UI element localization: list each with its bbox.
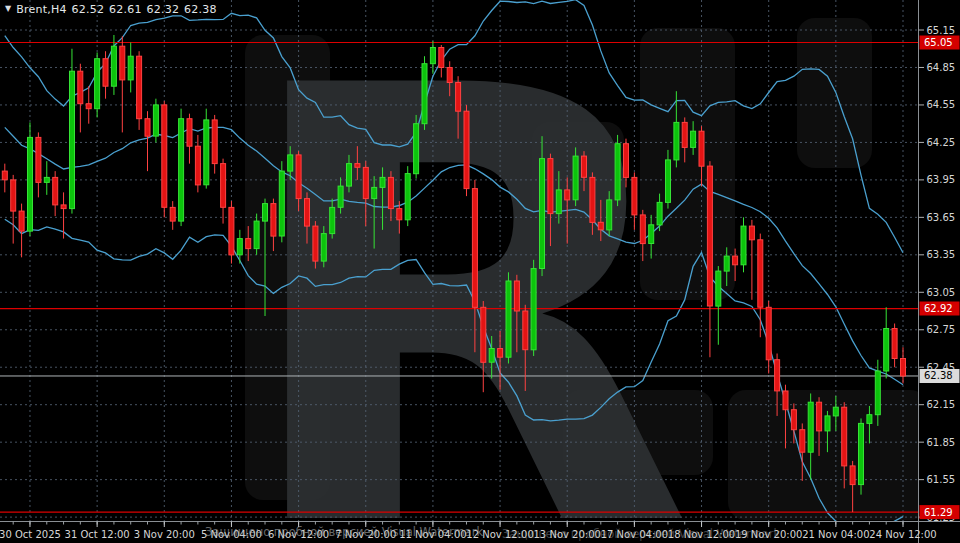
- candle: [95, 52, 100, 117]
- candle-body: [850, 466, 855, 485]
- candle-body: [514, 281, 519, 311]
- candle-body: [674, 122, 679, 159]
- candle-body: [162, 105, 167, 207]
- candle-body: [11, 180, 16, 211]
- candle-body: [523, 311, 528, 350]
- price-tick-label: 63.65: [927, 212, 956, 223]
- candle-body: [481, 307, 486, 362]
- candle-body: [28, 137, 33, 231]
- candle: [179, 109, 184, 226]
- price-axis-panel: [919, 0, 960, 543]
- candle: [162, 101, 167, 217]
- red-line-price-badge: 61.29: [920, 505, 960, 519]
- candle-body: [666, 160, 671, 203]
- candle-body: [640, 215, 645, 244]
- red-line-price-badge: 65.05: [920, 36, 960, 50]
- candle: [137, 51, 142, 130]
- candle: [153, 99, 158, 143]
- time-tick-label: 18 Nov 12:00: [668, 529, 735, 540]
- candle-body: [263, 204, 268, 222]
- candle-body: [472, 189, 477, 308]
- price-tick-label: 63.95: [927, 174, 956, 185]
- candle-body: [170, 207, 175, 221]
- symbol-dropdown-triangle-icon: ▼: [5, 4, 11, 13]
- candle-body: [775, 360, 780, 391]
- candle-body: [632, 177, 637, 215]
- candle-body: [2, 171, 7, 180]
- candle-body: [53, 177, 58, 205]
- candle-body: [19, 211, 24, 231]
- candle-body: [254, 221, 259, 249]
- candle: [573, 147, 578, 206]
- candle-body: [70, 71, 75, 208]
- price-tick-label: 62.75: [927, 324, 956, 335]
- time-tick-label: 31 Oct 12:00: [65, 529, 130, 540]
- candle: [506, 272, 511, 363]
- candle-body: [145, 119, 150, 137]
- candle-body: [691, 131, 696, 147]
- candle-body: [884, 329, 889, 372]
- chart-canvas[interactable]: R65.1564.8564.5564.2563.9563.6563.3563.0…: [0, 0, 960, 543]
- candle-body: [388, 177, 393, 208]
- candle-body: [791, 410, 796, 430]
- candle: [204, 109, 209, 189]
- candle-body: [187, 119, 192, 147]
- price-tick-label: 64.55: [927, 99, 956, 110]
- candle-body: [414, 124, 419, 174]
- price-tick-label: 65.15: [927, 25, 956, 36]
- candle-body: [137, 56, 142, 118]
- candle-body: [212, 120, 217, 164]
- candle-body: [120, 46, 125, 80]
- candle: [615, 135, 620, 206]
- candle-body: [506, 281, 511, 357]
- candle-body: [741, 226, 746, 265]
- candle-body: [397, 209, 402, 220]
- candle-body: [355, 164, 360, 168]
- candle-body: [111, 46, 116, 86]
- price-tick-label: 64.25: [927, 137, 956, 148]
- candle-body: [649, 225, 654, 244]
- candle-body: [103, 59, 108, 86]
- current-price-badge: 62.38: [920, 369, 960, 383]
- candle-body: [313, 226, 318, 261]
- time-tick-label: 6 Nov 12:00: [268, 529, 329, 540]
- candle-body: [363, 167, 368, 198]
- candle-body: [44, 177, 49, 182]
- candle-body: [867, 415, 872, 424]
- watermark-blob: [797, 18, 872, 168]
- candle-body: [582, 156, 587, 177]
- candle-body: [556, 190, 561, 214]
- price-tick-label: 62.15: [927, 399, 956, 410]
- candle-body: [372, 187, 377, 198]
- candle-body: [78, 71, 83, 104]
- candle-body: [875, 371, 880, 415]
- candle-body: [707, 166, 712, 306]
- red-line-price-badge-text: 62.92: [924, 303, 953, 314]
- candle-body: [430, 48, 435, 64]
- candle-body: [338, 186, 343, 207]
- candle-body: [422, 64, 427, 124]
- current-price-badge-text: 62.38: [924, 370, 953, 381]
- candle-body: [464, 111, 469, 188]
- time-tick-label: 24 Nov 12:00: [869, 529, 936, 540]
- time-tick-label: 19 Nov 20:00: [735, 529, 802, 540]
- candle: [229, 201, 234, 263]
- candle-body: [405, 174, 410, 220]
- candle-body: [800, 430, 805, 453]
- candle: [464, 105, 469, 196]
- price-tick-label: 61.85: [927, 437, 956, 448]
- candle-body: [204, 120, 209, 185]
- time-tick-label: 17 Nov 04:00: [601, 529, 668, 540]
- candle-body: [573, 156, 578, 200]
- candle-body: [724, 256, 729, 271]
- candle-body: [766, 307, 771, 360]
- candle-body: [498, 349, 503, 358]
- time-tick-label: 5 Nov 04:00: [201, 529, 262, 540]
- red-line-price-badge: 62.92: [920, 302, 960, 316]
- candle: [531, 260, 536, 356]
- candle-body: [607, 200, 612, 230]
- candle: [279, 161, 284, 242]
- candle: [70, 49, 75, 214]
- candle: [414, 115, 419, 179]
- candle-body: [590, 177, 595, 222]
